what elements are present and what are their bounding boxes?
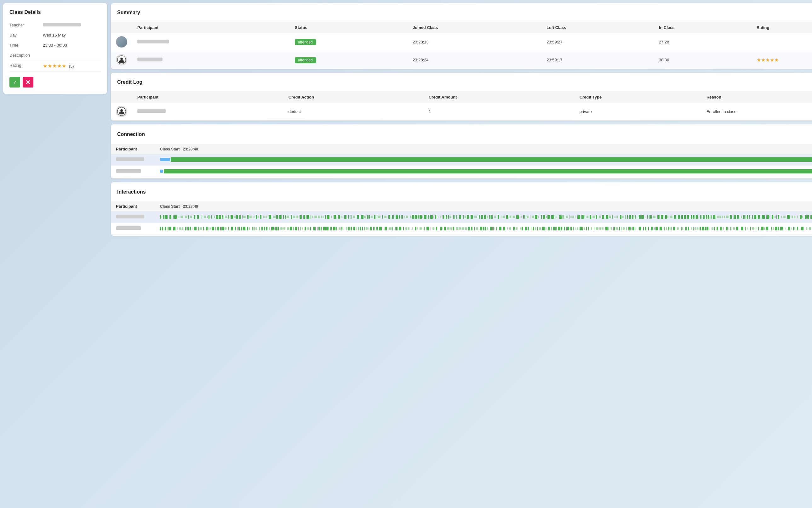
talk-bar-container [160,214,812,219]
th-credit-action: Credit Action [283,92,424,102]
teacher-value [43,23,81,28]
conn-th-participant: Participant [116,147,160,152]
person-icon [117,55,126,64]
svg-point-3 [120,109,123,112]
teacher-row: Teacher [9,20,101,30]
th-reason: Reason [701,92,812,102]
table-row: deduct 1 private Enrolled in class 20/04… [111,102,812,121]
svg-point-1 [120,57,123,60]
joined-cell: 23:28:24 [408,51,541,69]
conn-participant-blurred [116,157,144,161]
participant-blurred [137,109,166,113]
credit-type-cell: private [575,102,701,121]
rating-count: (5) [69,64,74,69]
interaction-row: 15:13 15:13 [111,223,812,235]
credit-action-cell: deduct [283,102,424,121]
left-cell: 23:59:27 [541,33,654,51]
int-participant [116,226,160,231]
th-inclass: In Class [654,22,751,33]
connection-card: Connection Connection Q.O.C. Participant… [111,124,812,178]
table-row: attended 23:28:13 23:59:27 27:28 [111,33,812,51]
participant-cell [132,51,290,69]
time-row: Time 23:30 - 00:00 [9,40,101,50]
action-buttons-group: ✓ [9,77,101,87]
credit-amount-cell: 1 [424,102,575,121]
conn-pre-bar [160,170,163,173]
th-joined: Joined Class [408,22,541,33]
credit-log-table-container: Participant Credit Action Credit Amount … [111,92,812,121]
th-status: Status [290,22,408,33]
summary-header: Summary Edit [111,3,812,22]
interactions-title: Interactions [117,189,146,195]
int-participant-blurred [116,226,141,230]
conn-th-timeline: Class Start 23:28:40 Class End 23:59:16 [160,147,812,152]
th-participant: Participant [132,22,290,33]
conn-participant [116,169,160,174]
avatar [116,36,127,47]
inclass-cell: 27:28 [654,33,751,51]
left-cell: 23:59:17 [541,51,654,69]
connection-row: 30:53 30:36 [111,166,812,177]
th-avatar [111,22,132,33]
class-details-title: Class Details [9,9,101,15]
th-rating: Rating [751,22,812,33]
connection-header: Connection Connection Q.O.C. [111,124,812,144]
int-bar [160,214,812,219]
conn-bar [160,169,812,174]
connection-title: Connection [117,132,145,137]
status-cell: attended [290,51,408,69]
th-left: Left Class [541,22,654,33]
int-header-times: Class Start 23:28:40 Class End 23:59:16 [160,204,812,209]
avatar [116,106,127,117]
connection-row: 28:07 27:28 [111,154,812,166]
time-label: Time [9,43,38,47]
summary-card: Summary Edit Participant Status Joined C… [111,3,812,69]
int-class-start: Class Start 23:28:40 [160,204,198,209]
conn-pre-bar [160,158,170,161]
participant-cell [132,33,290,51]
rating-cell [751,33,812,51]
avatar [116,54,127,66]
conn-bar-container [160,169,812,174]
reason-cell: Enrolled in class [701,102,812,121]
teacher-label: Teacher [9,23,38,28]
summary-title: Summary [117,10,140,15]
th-avatar [111,92,132,102]
credit-log-header-row: Participant Credit Action Credit Amount … [111,92,812,102]
joined-cell: 23:28:13 [408,33,541,51]
credit-log-title: Credit Log [117,79,142,85]
int-th-participant: Participant [116,204,160,209]
conn-bar [160,157,812,162]
cancel-button[interactable] [23,77,33,87]
time-value: 23:30 - 00:00 [43,43,67,47]
inclass-cell: 30:36 [654,51,751,69]
th-participant: Participant [132,92,283,102]
avatar-cell [111,102,132,121]
status-badge: attended [295,39,316,45]
interactions-table-header: Participant Class Start 23:28:40 Class E… [111,202,812,211]
conn-participant-blurred [116,169,141,173]
day-row: Day Wed 15 May [9,30,101,40]
summary-header-row: Participant Status Joined Class Left Cla… [111,22,812,33]
person-icon [117,107,126,116]
connection-table-header: Participant Class Start 23:28:40 Class E… [111,144,812,154]
credit-log-card: Credit Log Edit Participant Credit Actio… [111,73,812,121]
rating-label: Rating [9,63,38,68]
participant-blurred [137,40,169,43]
int-bar [160,226,812,231]
interactions-header: Interactions Talk Time Whiteboard Intera… [111,182,812,202]
summary-table: Participant Status Joined Class Left Cla… [111,22,812,69]
description-label: Description [9,53,38,57]
conn-participant [116,157,160,162]
int-participant [116,215,160,219]
description-row: Description [9,50,101,60]
rating-row: Rating ★★★★★ (5) [9,60,101,72]
participant-cell [132,102,283,121]
interactions-card: Interactions Talk Time Whiteboard Intera… [111,182,812,236]
talk-bar-container [160,226,812,231]
class-details-panel: Class Details Teacher Day Wed 15 May Tim… [3,3,107,94]
rating-cell: ★★★★★ [751,51,812,69]
interactions-content: Participant Class Start 23:28:40 Class E… [111,202,812,236]
status-cell: attended [290,33,408,51]
confirm-button[interactable]: ✓ [9,77,20,87]
